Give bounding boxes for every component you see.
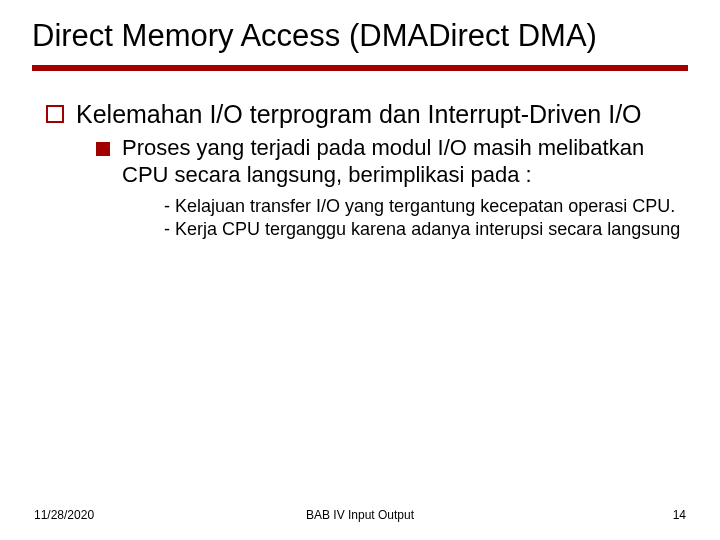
slide-footer: 11/28/2020 BAB IV Input Output 14 <box>0 508 720 522</box>
bullet-level2-text: Proses yang terjadi pada modul I/O masih… <box>122 135 688 189</box>
hollow-square-bullet-icon <box>46 105 64 123</box>
slide-title: Direct Memory Access (DMADirect DMA) <box>32 18 688 55</box>
bullet-level1: Kelemahan I/O terprogram dan Interrupt-D… <box>46 99 688 130</box>
bullet-level1-text: Kelemahan I/O terprogram dan Interrupt-D… <box>76 99 642 130</box>
bullet-level2: Proses yang terjadi pada modul I/O masih… <box>96 135 688 189</box>
slide: Direct Memory Access (DMADirect DMA) Kel… <box>0 0 720 540</box>
footer-center: BAB IV Input Output <box>0 508 720 522</box>
bullet-level3-group: - Kelajuan transfer I/O yang tergantung … <box>142 195 688 241</box>
bullet-level3-item: - Kerja CPU terganggu karena adanya inte… <box>142 218 688 241</box>
title-rule <box>32 65 688 71</box>
bullet-level3-item: - Kelajuan transfer I/O yang tergantung … <box>142 195 688 218</box>
filled-square-bullet-icon <box>96 142 110 156</box>
